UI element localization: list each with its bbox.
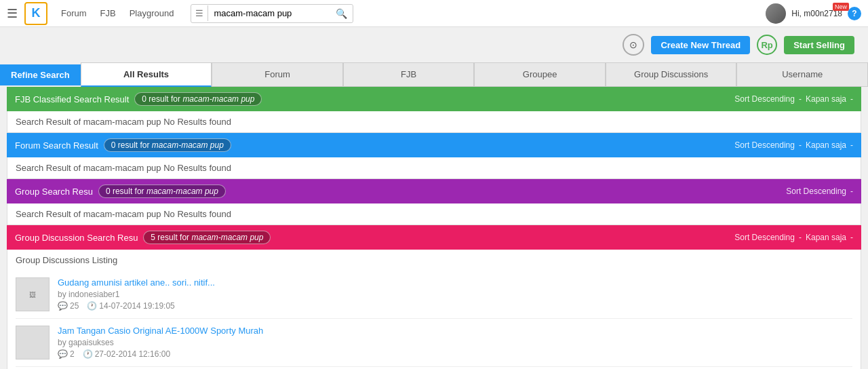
listing-thumb-1: 🖼	[16, 277, 50, 311]
listing-info-2: Jam Tangan Casio Original AE-1000W Sport…	[58, 326, 852, 359]
forum-time-filter[interactable]: Kapan saja	[806, 140, 846, 150]
fjb-no-result: Search Result of macam-macam pup No Resu…	[16, 117, 852, 127]
fjb-sort-label[interactable]: Sort Descending	[734, 94, 795, 104]
nav-links: Forum FJB Playground	[61, 8, 174, 18]
search-bar: ☰ 🔍	[191, 4, 353, 23]
group-section-header: Group Search Resu 0 result for macam-mac…	[7, 179, 861, 203]
fjb-time-sep: -	[850, 94, 853, 104]
forum-time-sep: -	[850, 140, 853, 150]
header-right: Hi, m00n2718 New ?	[766, 3, 861, 24]
header: ☰ K Forum FJB Playground ☰ 🔍 Hi, m00n271…	[0, 0, 868, 27]
fjb-header-left: FJB Classified Search Result 0 result fo…	[15, 92, 262, 106]
forum-header-right: Sort Descending - Kapan saja -	[734, 140, 853, 150]
forum-section-title: Forum Search Result	[15, 140, 98, 151]
group-discussion-badge-keyword: macam-macam pup	[191, 233, 263, 242]
listing-author-1[interactable]: indonesiaber1	[68, 290, 119, 299]
group-sort-label[interactable]: Sort Descending	[786, 187, 846, 196]
group-discussion-sort-label[interactable]: Sort Descending	[734, 233, 795, 242]
fjb-sort-sep: -	[799, 94, 802, 104]
group-no-result: Search Result of macam-macam pup No Resu…	[16, 209, 852, 219]
fjb-section-header: FJB Classified Search Result 0 result fo…	[7, 87, 861, 111]
search-button[interactable]: 🔍	[330, 5, 353, 22]
group-discussion-header-right: Sort Descending - Kapan saja -	[734, 233, 853, 242]
listing-by-1: by indonesiaber1	[58, 290, 852, 299]
group-section-title: Group Search Resu	[15, 187, 93, 197]
refine-search-button[interactable]: Refine Search	[0, 64, 81, 85]
avatar-image	[766, 3, 786, 24]
new-badge: New	[833, 3, 849, 11]
logo[interactable]: K	[24, 2, 47, 25]
fjb-badge-keyword: macam-macam pup	[182, 94, 254, 104]
group-discussion-header-left: Group Discussion Search Resu 5 result fo…	[15, 231, 271, 244]
group-discussion-badge-pre: 5 result for	[151, 233, 191, 242]
tab-fjb[interactable]: FJB	[343, 62, 475, 87]
fjb-header-right: Sort Descending - Kapan saja -	[734, 94, 853, 104]
nav-fjb[interactable]: FJB	[100, 8, 116, 18]
comment-num-1: 25	[70, 301, 79, 311]
group-header-left: Group Search Resu 0 result for macam-mac…	[15, 184, 226, 198]
date-1: 🕐 14-07-2014 19:19:05	[87, 301, 174, 311]
comment-count-2: 💬 2	[58, 349, 75, 359]
listing-author-2[interactable]: gapaisukses	[68, 338, 114, 347]
forum-result-badge: 0 result for macam-macam pup	[104, 138, 231, 152]
forum-sort-label[interactable]: Sort Descending	[734, 140, 795, 150]
forum-badge-pre: 0 result for	[111, 140, 152, 150]
group-discussion-time-filter[interactable]: Kapan saja	[806, 233, 846, 242]
group-discussion-result-badge: 5 result for macam-macam pup	[143, 231, 271, 244]
avatar	[766, 3, 786, 24]
forum-section: Forum Search Result 0 result for macam-m…	[7, 133, 861, 179]
group-discussion-section-header: Group Discussion Search Resu 5 result fo…	[7, 225, 861, 250]
create-thread-button[interactable]: Create New Thread	[651, 36, 750, 54]
forum-no-result: Search Result of macam-macam pup No Resu…	[16, 163, 852, 173]
fjb-badge-pre: 0 result for	[142, 94, 182, 104]
forum-header-left: Forum Search Result 0 result for macam-m…	[15, 138, 231, 152]
listing-label: Group Discussions Listing	[16, 255, 852, 265]
fjb-section-body: Search Result of macam-macam pup No Resu…	[7, 111, 861, 133]
comment-num-2: 2	[70, 349, 75, 359]
tabs-row: Refine Search All Results Forum FJB Grou…	[0, 62, 868, 87]
list-item: 🖼 Gudang amunisi artikel ane.. sori.. ni…	[16, 271, 852, 319]
forum-section-body: Search Result of macam-macam pup No Resu…	[7, 157, 861, 179]
start-selling-button[interactable]: Start Selling	[784, 36, 854, 54]
main-content: Refine Search All Results Forum FJB Grou…	[0, 62, 868, 369]
listing-info-1: Gudang amunisi artikel ane.. sori.. niti…	[58, 277, 852, 311]
group-badge-pre: 0 result for	[106, 187, 146, 196]
group-discussion-section: Group Discussion Search Resu 5 result fo…	[7, 225, 861, 369]
date-val-2: 27-02-2014 12:16:00	[95, 349, 170, 359]
nav-forum[interactable]: Forum	[61, 8, 87, 18]
tab-groupee[interactable]: Groupee	[474, 62, 606, 87]
fjb-time-filter[interactable]: Kapan saja	[806, 94, 846, 104]
forum-badge-keyword: macam-macam pup	[152, 140, 224, 150]
hamburger-icon[interactable]: ☰	[7, 6, 18, 21]
date-val-1: 14-07-2014 19:19:05	[99, 301, 174, 311]
group-badge-keyword: macam-macam pup	[146, 187, 218, 196]
group-discussion-sort-sep: -	[799, 233, 802, 242]
help-icon[interactable]: ?	[848, 7, 861, 20]
search-input[interactable]	[208, 8, 330, 18]
forum-section-header: Forum Search Result 0 result for macam-m…	[7, 133, 861, 157]
tab-forum[interactable]: Forum	[212, 62, 343, 87]
listing-title-2[interactable]: Jam Tangan Casio Original AE-1000W Sport…	[58, 326, 852, 336]
target-icon: ⊙	[629, 39, 637, 50]
nav-playground[interactable]: Playground	[130, 8, 174, 18]
search-menu-icon[interactable]: ☰	[191, 5, 208, 21]
results-container: FJB Classified Search Result 0 result fo…	[0, 87, 868, 369]
rp-icon: Rp	[757, 35, 777, 55]
group-header-right: Sort Descending -	[786, 187, 853, 196]
tab-username[interactable]: Username	[736, 62, 868, 87]
tab-all-results[interactable]: All Results	[81, 62, 212, 87]
fjb-section-title: FJB Classified Search Result	[15, 94, 129, 104]
list-item: Jam Tangan Casio Original AE-1000W Sport…	[16, 319, 852, 367]
group-section: Group Search Resu 0 result for macam-mac…	[7, 179, 861, 225]
target-icon-button[interactable]: ⊙	[623, 34, 644, 56]
group-discussion-section-title: Group Discussion Search Resu	[15, 233, 138, 243]
comment-count-1: 💬 25	[58, 301, 79, 311]
group-sort-sep: -	[850, 187, 853, 196]
group-result-badge: 0 result for macam-macam pup	[98, 184, 226, 198]
listing-title-1[interactable]: Gudang amunisi artikel ane.. sori.. niti…	[58, 277, 852, 288]
tab-group-discussions[interactable]: Group Discussions	[606, 62, 737, 87]
thumb-placeholder-1: 🖼	[29, 291, 36, 298]
start-selling-label: Start Selling	[793, 40, 845, 50]
header-left: ☰ K Forum FJB Playground ☰ 🔍	[7, 2, 353, 25]
listing-by-2: by gapaisukses	[58, 338, 852, 347]
